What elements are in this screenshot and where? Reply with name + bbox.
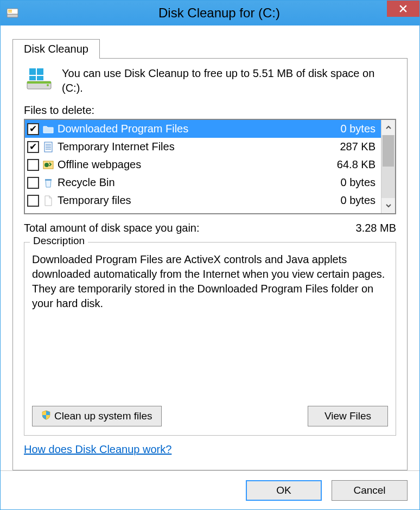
file-row[interactable]: ✔Downloaded Program Files0 bytes [25,120,381,138]
gain-row: Total amount of disk space you gain: 3.2… [24,222,396,234]
close-icon [399,5,407,12]
file-row[interactable]: Offline webpages64.8 KB [25,156,381,174]
svg-rect-2 [8,10,12,11]
file-row[interactable]: Temporary files0 bytes [25,192,381,209]
file-size: 0 bytes [341,194,381,207]
close-button[interactable] [387,1,419,17]
svg-rect-9 [37,68,43,75]
tab-disk-cleanup[interactable]: Disk Cleanup [12,39,100,59]
recycle-icon [42,177,54,189]
svg-rect-11 [37,76,43,80]
file-checkbox[interactable]: ✔ [27,141,39,153]
file-size: 64.8 KB [337,158,381,171]
tab-strip: Disk Cleanup [12,39,408,58]
disk-cleanup-window: Disk Cleanup for (C:) Disk Cleanup [0,0,420,510]
svg-rect-0 [7,14,18,17]
shield-icon [41,410,51,423]
file-size: 287 KB [340,141,381,153]
intro-text: You can use Disk Cleanup to free up to 5… [62,66,396,95]
scroll-track[interactable] [381,135,395,198]
chevron-up-icon [385,124,392,131]
chevron-down-icon [385,202,392,209]
ok-button[interactable]: OK [246,480,322,501]
scroll-up-button[interactable] [381,120,395,135]
file-checkbox[interactable] [27,195,39,207]
ok-label: OK [276,484,291,496]
tab-panel: You can use Disk Cleanup to free up to 5… [12,58,408,470]
cleanup-system-files-button[interactable]: Clean up system files [32,406,162,426]
file-row[interactable]: ✔Temporary Internet Files287 KB [25,138,381,156]
folder-icon [42,123,54,135]
webdoc-icon [42,141,54,153]
drive-icon [24,66,54,92]
file-icon [42,195,54,207]
svg-rect-20 [45,179,52,181]
file-size: 0 bytes [341,123,381,135]
gain-label: Total amount of disk space you gain: [24,222,200,234]
svg-rect-7 [27,81,51,84]
files-scrollbar[interactable] [381,120,395,213]
window-title: Disk Cleanup for (C:) [19,5,419,21]
description-group: Description Downloaded Program Files are… [24,242,396,436]
svg-rect-3 [8,11,12,12]
dialog-footer: OK Cancel [1,470,419,509]
svg-point-12 [47,84,49,86]
cancel-button[interactable]: Cancel [332,480,408,501]
content-area: Disk Cleanup [1,25,419,470]
file-name: Temporary files [58,194,341,207]
svg-rect-8 [29,68,36,75]
help-link[interactable]: How does Disk Cleanup work? [24,443,396,456]
file-checkbox[interactable]: ✔ [27,123,39,135]
file-name: Recycle Bin [58,176,341,189]
file-name: Downloaded Program Files [58,123,341,135]
svg-rect-13 [44,142,52,152]
file-row[interactable]: Recycle Bin0 bytes [25,174,381,192]
file-checkbox[interactable] [27,159,39,171]
file-name: Temporary Internet Files [58,141,340,153]
files-list: ✔Downloaded Program Files0 bytes✔Tempora… [24,119,396,214]
file-name: Offline webpages [58,158,337,171]
description-legend: Description [30,235,88,247]
view-files-button[interactable]: View Files [308,406,388,426]
file-checkbox[interactable] [27,177,39,189]
intro-row: You can use Disk Cleanup to free up to 5… [24,66,396,95]
scroll-down-button[interactable] [381,198,395,213]
cancel-label: Cancel [353,484,385,496]
offline-icon [42,159,54,171]
files-to-delete-label: Files to delete: [24,104,396,117]
gain-value: 3.28 MB [356,222,396,234]
file-size: 0 bytes [341,176,381,189]
svg-rect-10 [29,76,36,80]
disk-cleanup-app-icon [6,7,19,20]
cleanup-system-files-label: Clean up system files [54,410,152,422]
titlebar: Disk Cleanup for (C:) [1,1,419,25]
description-text: Downloaded Program Files are ActiveX con… [32,252,388,311]
scroll-thumb[interactable] [383,135,394,167]
svg-point-19 [44,163,49,167]
view-files-label: View Files [324,410,371,422]
